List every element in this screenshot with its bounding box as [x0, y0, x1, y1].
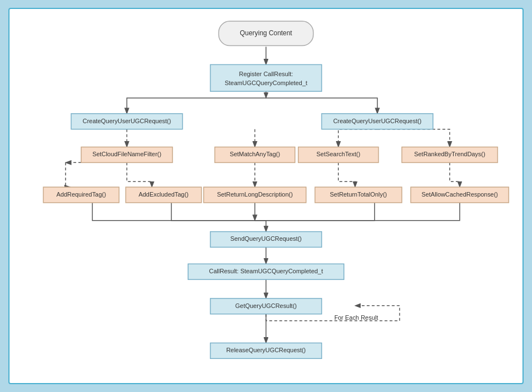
node-register	[211, 64, 322, 91]
node-get-query-text: GetQueryUGCResult()	[235, 302, 297, 309]
node-set-search-text: SetSearchText()	[316, 151, 360, 157]
node-create-left-text: CreateQueryUserUGCRequest()	[83, 118, 171, 124]
node-add-excluded-text: AddExcludedTag()	[138, 191, 188, 198]
node-set-ranked-text: SetRankedByTrendDays()	[414, 151, 485, 157]
node-send-query-text: SendQueryUGCRequest()	[230, 235, 301, 242]
diagram-container: Querying Content Register CallResult: St…	[8, 8, 524, 384]
node-start-text: Querying Content	[240, 29, 292, 37]
node-set-match-text: SetMatchAnyTag()	[230, 151, 280, 157]
node-call-result-text: CallResult: SteamUGCQueryCompleted_t	[209, 268, 323, 274]
node-set-return-long-text: SetReturnLongDescription()	[217, 191, 292, 198]
node-add-required-text: AddRequiredTag()	[57, 191, 106, 198]
node-set-cloud-text: SetCloudFileNameFilter()	[92, 151, 161, 157]
node-set-return-total-text: SetReturnTotalOnly()	[330, 191, 387, 198]
node-release-query-text: ReleaseQueryUGCRequest()	[226, 347, 306, 353]
node-register-line1: Register CallResult:	[239, 71, 293, 77]
for-each-result-label: For Each Result	[334, 314, 378, 321]
node-create-right-text: CreateQueryUserUGCRequest()	[333, 118, 422, 124]
node-register-line2: SteamUGCQueryCompleted_t	[225, 80, 307, 86]
node-set-allow-cached-text: SetAllowCachedResponse()	[422, 191, 498, 198]
